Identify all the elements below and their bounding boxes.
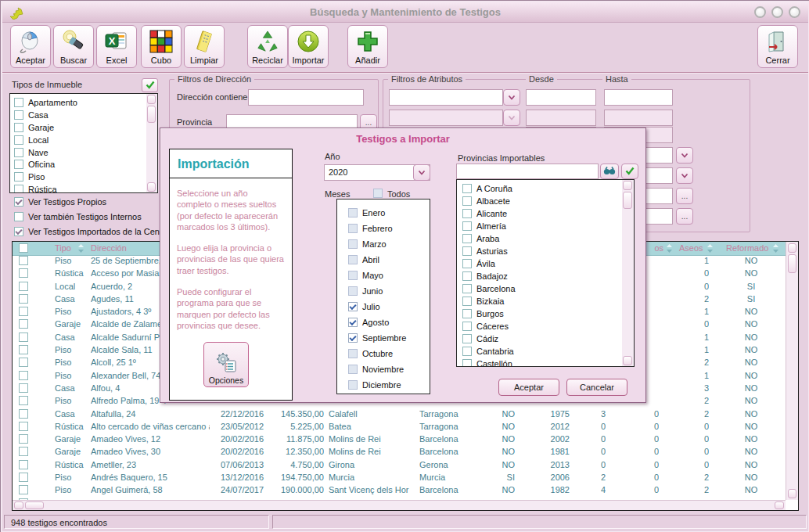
mes-item[interactable]: Junio: [337, 283, 430, 299]
provincia-item[interactable]: Burgos: [457, 307, 621, 320]
atributo-dropdown-button-1[interactable]: [503, 89, 520, 106]
provincia-item[interactable]: Asturias: [457, 245, 621, 257]
scroll-down-button[interactable]: [788, 489, 796, 498]
table-row[interactable]: Rústica Ametller, 23 07/06/2013 4.750,00…: [13, 459, 786, 472]
view-filter-checkbox-row[interactable]: Ver Testigos Importados de la Central: [10, 227, 171, 236]
browse-button-2[interactable]: ...: [676, 208, 693, 225]
provincia-checkbox[interactable]: [462, 259, 472, 268]
provincia-item[interactable]: Cádiz: [457, 332, 621, 345]
mes-item[interactable]: Octubre: [337, 346, 430, 361]
mes-checkbox[interactable]: [348, 333, 358, 343]
row-checkbox[interactable]: [19, 409, 28, 419]
mes-item[interactable]: Mayo: [337, 268, 430, 283]
header-reformado[interactable]: Reformado: [726, 243, 768, 253]
mes-checkbox[interactable]: [348, 239, 358, 249]
opciones-button[interactable]: Opciones: [203, 342, 249, 387]
atributo-select-1[interactable]: [389, 89, 503, 106]
table-row[interactable]: Garaje Amadeo Vives, 12 20/02/2016 11.87…: [13, 433, 786, 446]
dialog-aceptar-button[interactable]: Aceptar: [498, 379, 559, 396]
provincia-checkbox[interactable]: [462, 234, 472, 243]
mes-checkbox[interactable]: [348, 224, 358, 233]
scroll-down-button[interactable]: [623, 356, 632, 365]
direccion-contiene-input[interactable]: [248, 89, 364, 106]
provincia-item[interactable]: Bizkaia: [457, 295, 621, 307]
scroll-down-button[interactable]: [147, 182, 156, 192]
tipos-select-all-button[interactable]: [142, 78, 158, 92]
provincia-checkbox[interactable]: [462, 221, 472, 231]
tipo-checkbox[interactable]: [14, 135, 23, 145]
tipos-scrollbar[interactable]: [146, 94, 157, 192]
provincia-item[interactable]: A Coruña: [457, 182, 621, 195]
mes-item[interactable]: Abril: [337, 252, 430, 268]
tipo-inmueble-item[interactable]: Local: [10, 134, 157, 146]
tipo-checkbox[interactable]: [14, 148, 23, 157]
provincias-search-button[interactable]: [600, 164, 619, 179]
mes-checkbox[interactable]: [348, 349, 358, 358]
provincias-scrollbar[interactable]: [622, 180, 634, 366]
dialog-cancelar-button[interactable]: Cancelar: [566, 379, 627, 396]
mes-item[interactable]: Diciembre: [337, 377, 430, 393]
mes-checkbox[interactable]: [348, 286, 358, 296]
provincia-checkbox[interactable]: [462, 184, 472, 193]
mes-checkbox[interactable]: [348, 318, 358, 327]
provincia-item[interactable]: Castellón: [457, 358, 621, 367]
minimize-button[interactable]: [754, 6, 766, 18]
mes-checkbox[interactable]: [348, 208, 358, 217]
row-checkbox[interactable]: [19, 345, 28, 354]
view-filter-checkbox-row[interactable]: Ver también Testigos Internos: [10, 212, 142, 221]
mes-checkbox[interactable]: [348, 380, 358, 390]
row-checkbox[interactable]: [19, 256, 28, 265]
tipo-checkbox[interactable]: [14, 185, 23, 193]
aceptar-button[interactable]: Aceptar: [10, 25, 51, 68]
provincia-item[interactable]: Alicante: [457, 207, 621, 220]
table-row[interactable]: Piso Andrés Baquero, 15 13/12/2016 194.7…: [13, 472, 786, 484]
row-checkbox[interactable]: [19, 358, 28, 367]
reciclar-button[interactable]: Reciclar: [247, 25, 288, 68]
sort-icon[interactable]: [78, 244, 84, 254]
header-direccion[interactable]: Dirección: [91, 243, 127, 253]
row-checkbox[interactable]: [19, 294, 28, 304]
provincia-checkbox[interactable]: [462, 359, 472, 367]
tipos-listbox[interactable]: Apartamento Casa Garaje Local Nave Ofici…: [9, 93, 158, 193]
provincia-item[interactable]: Araba: [457, 232, 621, 245]
mes-item[interactable]: Julio: [337, 299, 430, 315]
filter-checkbox[interactable]: [14, 212, 23, 221]
hasta-input-1[interactable]: [604, 89, 673, 106]
tipo-inmueble-item[interactable]: Apartamento: [10, 96, 157, 109]
sort-icon[interactable]: [707, 244, 713, 254]
tipo-inmueble-item[interactable]: Casa: [10, 109, 157, 121]
provincia-checkbox[interactable]: [462, 334, 472, 343]
row-checkbox[interactable]: [19, 307, 28, 316]
mes-item[interactable]: Agosto: [337, 315, 430, 330]
scroll-right-button[interactable]: [775, 501, 784, 509]
tipo-inmueble-item[interactable]: Piso: [10, 171, 157, 183]
provincia-item[interactable]: Albacete: [457, 195, 621, 207]
mes-item[interactable]: Febrero: [337, 221, 430, 236]
provincia-checkbox[interactable]: [462, 284, 472, 293]
excel-button[interactable]: X Excel: [96, 25, 137, 68]
mes-checkbox[interactable]: [348, 255, 358, 264]
table-row[interactable]: Casa Altafulla, 24 22/12/2016 145.350,00…: [13, 408, 786, 421]
table-vertical-scrollbar[interactable]: [786, 242, 798, 500]
row-checkbox[interactable]: [19, 371, 28, 380]
provincia-checkbox[interactable]: [462, 196, 472, 206]
mes-item[interactable]: Enero: [337, 205, 430, 221]
provincias-select-all-button[interactable]: [621, 164, 638, 179]
provincia-item[interactable]: Barcelona: [457, 282, 621, 295]
importar-button[interactable]: Importar: [288, 25, 329, 68]
tipo-checkbox[interactable]: [14, 98, 23, 107]
mes-item[interactable]: Marzo: [337, 236, 430, 252]
zona-dropdown-button[interactable]: [676, 167, 693, 184]
cubo-button[interactable]: Cubo: [141, 25, 182, 68]
desde-input-1[interactable]: [526, 89, 596, 106]
mes-item[interactable]: Septiembre: [337, 330, 430, 346]
tipo-inmueble-item[interactable]: Oficina: [10, 158, 157, 171]
scroll-thumb[interactable]: [147, 106, 156, 123]
header-banos-fragment[interactable]: os: [645, 243, 663, 253]
scroll-up-button[interactable]: [623, 181, 632, 190]
maximize-button[interactable]: [771, 6, 783, 18]
poblacion-dropdown-button[interactable]: [676, 147, 693, 164]
row-checkbox[interactable]: [19, 447, 28, 456]
mes-checkbox[interactable]: [348, 365, 358, 374]
mes-item[interactable]: Noviembre: [337, 361, 430, 377]
